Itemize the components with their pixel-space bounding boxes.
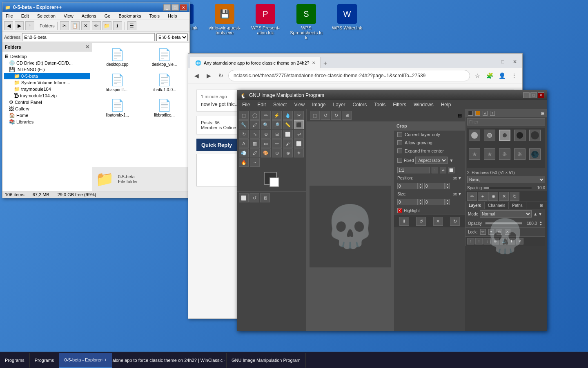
tool-paths[interactable]: 🖊 — [250, 120, 260, 129]
crop-ratio-link[interactable]: ↕ — [432, 167, 438, 173]
tool-ellipse-select[interactable]: ◯ — [250, 111, 260, 120]
tool-ink[interactable]: 🖊 — [250, 148, 260, 157]
new-folder-button[interactable]: 📁 — [102, 21, 111, 30]
menu-file[interactable]: File — [4, 13, 15, 19]
tool-rect-select[interactable]: ⬚ — [239, 111, 249, 120]
properties-button[interactable]: ℹ — [113, 21, 122, 30]
brush-preset-select[interactable]: Basic, — [467, 176, 545, 183]
tool-opt-2[interactable]: ↺ — [321, 111, 330, 120]
gimp-minimize-button[interactable]: _ — [523, 92, 530, 98]
chrome-tab-active[interactable]: 🌐 Any stamdalone app to force classic th… — [190, 57, 321, 68]
menu-edit[interactable]: Edit — [20, 13, 31, 19]
layers-mode-select[interactable]: Normal — [480, 210, 532, 218]
crop-highlight-x[interactable]: ✕ — [397, 208, 402, 213]
tool-fill[interactable]: ▦ — [250, 139, 260, 148]
tool-paintbrush[interactable]: 🖌 — [283, 139, 293, 148]
chrome-maximize[interactable]: □ — [497, 57, 508, 67]
tool-zoom[interactable]: 🔎 — [272, 120, 282, 129]
gimp-menu-colors[interactable]: Colors — [350, 101, 370, 108]
tool-foreground[interactable]: 🔧 — [239, 120, 249, 129]
brush-item-9[interactable]: ❋ — [514, 148, 526, 160]
gimp-menu-select[interactable]: Select — [270, 101, 290, 108]
brush-item-selected[interactable] — [499, 130, 510, 141]
new-tab-button[interactable]: + — [321, 58, 330, 68]
brush-tool-dup[interactable]: ⊕ — [488, 192, 498, 201]
menu-bookmarks[interactable]: Bookmarks — [117, 13, 143, 19]
tool-free-select[interactable]: ✏ — [261, 111, 271, 120]
layers-tab-layers[interactable]: Layers — [466, 202, 485, 209]
taskbar-chromium[interactable]: Any stamdalone app to force classic them… — [112, 353, 227, 368]
brush-tool-refresh[interactable]: ↻ — [510, 192, 519, 201]
menu-help[interactable]: Help — [166, 13, 179, 19]
tool-pencil[interactable]: ✏ — [272, 139, 282, 148]
tool-extra-1[interactable]: ⬜ — [239, 193, 249, 202]
tree-item-05beta[interactable]: 📁 0-5-beta — [4, 73, 90, 79]
brush-item-4[interactable] — [514, 130, 526, 141]
file-libbrotlico[interactable]: 📄 libbrotlico... — [143, 97, 186, 119]
tool-color-select[interactable]: 💧 — [283, 111, 293, 120]
crop-expand-from-center-checkbox[interactable] — [397, 148, 402, 153]
chrome-minimize[interactable]: ─ — [485, 57, 496, 67]
delete-button[interactable]: ✕ — [81, 21, 90, 30]
crop-ratio-reset[interactable]: ⬜ — [448, 167, 454, 173]
tool-crop[interactable]: ⬛ — [294, 120, 304, 129]
layers-btn-new[interactable]: ↑ — [467, 238, 474, 245]
crop-fixed-checkbox[interactable] — [397, 158, 402, 163]
brush-item-6[interactable]: ★ — [469, 148, 480, 160]
crop-allow-growing-option[interactable]: Allow growing — [394, 139, 465, 147]
maximize-button[interactable]: □ — [172, 4, 179, 11]
views-button[interactable]: ☰ — [127, 21, 136, 30]
crop-tool-4[interactable]: ↻ — [450, 217, 460, 226]
layers-panel-expand[interactable]: ⊞ — [538, 202, 545, 209]
tool-color-picker[interactable]: 🔍 — [261, 120, 271, 129]
brush-item-7[interactable]: ★ — [484, 148, 495, 160]
crop-sizew-up[interactable]: ▲ — [419, 199, 423, 202]
copy-button[interactable]: ✂ — [60, 21, 69, 30]
taskbar-explorer[interactable]: 0-5-beta - Explorer++ — [59, 353, 112, 368]
gimp-menu-help[interactable]: Help — [438, 101, 454, 108]
gimp-menu-view[interactable]: View — [291, 101, 308, 108]
crop-size-unit-arrow[interactable]: ▼ — [458, 192, 462, 196]
menu-selection[interactable]: Selection — [36, 13, 57, 19]
layer-mode-down[interactable]: ▼ — [538, 212, 542, 216]
taskbar-programs-1[interactable]: Programs — [0, 353, 30, 368]
tab-close-button[interactable]: ✕ — [312, 61, 315, 65]
address-dropdown[interactable]: E:\0-5-beta — [156, 33, 188, 41]
tool-opt-1[interactable]: ⬚ — [310, 111, 320, 120]
crop-position-x[interactable] — [397, 183, 418, 189]
reload-button[interactable]: ↻ — [216, 71, 226, 81]
file-desktop-view[interactable]: 📄 desktop_vie... — [143, 46, 186, 68]
brush-tool-new[interactable]: + — [478, 192, 488, 201]
crop-position-y[interactable] — [424, 183, 445, 189]
back-nav-button[interactable]: ◀ — [192, 71, 201, 81]
brush-item-5[interactable] — [529, 130, 541, 141]
opacity-down[interactable]: ▼ — [539, 223, 542, 226]
paste-button[interactable]: 📋 — [71, 21, 80, 30]
crop-size-w[interactable] — [397, 199, 418, 205]
tool-rotate[interactable]: ↻ — [239, 130, 249, 139]
brush-item-2[interactable] — [484, 130, 495, 141]
layer-mode-up[interactable]: ▲ — [533, 212, 537, 216]
brush-preset-icon-3[interactable]: A — [483, 111, 488, 116]
desktop-icon-virtio[interactable]: 💾 virtio-win-guest-tools.exe — [208, 4, 241, 40]
gimp-menu-file[interactable]: File — [239, 101, 253, 108]
taskbar-gimp[interactable]: GNU Image Manipulation Program — [227, 353, 306, 368]
crop-tool-2[interactable]: ↺ — [416, 217, 426, 226]
tool-extra-2[interactable]: ↺ — [249, 193, 259, 202]
tree-item-home[interactable]: 🏠 Home — [4, 112, 90, 119]
layers-tab-channels[interactable]: Channels — [485, 202, 509, 209]
crop-expand-from-center-option[interactable]: Expand from center — [394, 147, 465, 155]
tool-eraser[interactable]: ⬜ — [294, 139, 304, 148]
file-libasprintf[interactable]: 📄 libasprintf-... — [96, 72, 139, 94]
crop-allow-growing-checkbox[interactable] — [397, 140, 402, 145]
tree-item-desktop[interactable]: 🖥 Desktop — [4, 53, 90, 60]
file-libatomic[interactable]: 📄 libatomic-1... — [96, 97, 139, 119]
crop-size-h[interactable] — [424, 199, 445, 205]
crop-posy-down[interactable]: ▼ — [445, 186, 450, 189]
brush-item-8[interactable]: ❋ — [499, 148, 510, 160]
tree-item-intenso[interactable]: 💾 INTENSO (E:) — [4, 66, 90, 73]
tool-scale[interactable]: ⤡ — [250, 130, 260, 139]
account-button[interactable]: 👤 — [497, 71, 507, 81]
crop-aspect-select[interactable]: Aspect ratio — [415, 157, 448, 164]
crop-posy-up[interactable]: ▲ — [445, 183, 450, 186]
